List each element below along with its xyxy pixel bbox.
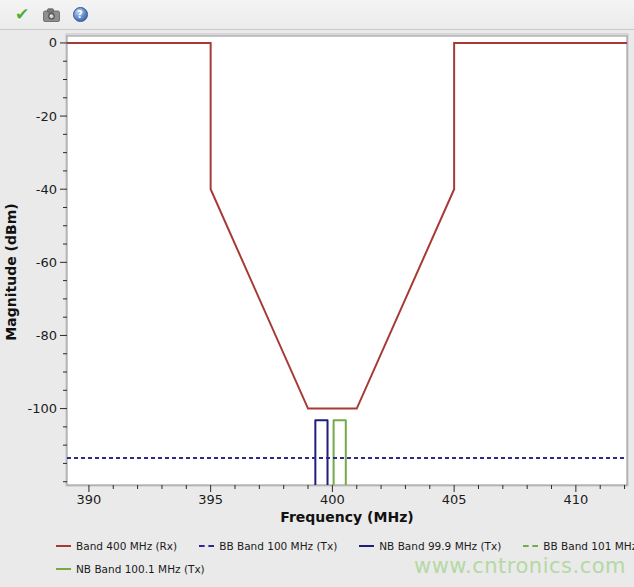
legend-item[interactable]: Band 400 MHz (Rx) (56, 540, 177, 552)
x-tick-label: 405 (442, 492, 467, 507)
legend-marker-icon (523, 545, 538, 547)
x-tick-label: 395 (198, 492, 223, 507)
legend-item[interactable]: BB Band 101 MHz (Tx) (523, 540, 634, 552)
toolbar: ✔ ? (0, 0, 634, 30)
y-tick-label: -100 (27, 401, 57, 416)
y-tick-label: -20 (36, 109, 57, 124)
camera-glyph (43, 8, 60, 22)
y-tick-label: 0 (49, 35, 57, 50)
help-glyph: ? (73, 7, 88, 22)
application-window: ✔ ? 3903954004054100-20-40-60-80-100 Fre… (0, 0, 634, 587)
legend-label: BB Band 100 MHz (Tx) (219, 540, 337, 552)
legend-item[interactable]: NB Band 100.1 MHz (Tx) (56, 563, 205, 575)
x-tick-label: 390 (76, 492, 101, 507)
x-axis-title: Frequency (MHz) (280, 509, 413, 525)
legend-item[interactable]: BB Band 100 MHz (Tx) (199, 540, 337, 552)
legend-marker-icon (199, 545, 214, 547)
legend-label: NB Band 99.9 MHz (Tx) (379, 540, 501, 552)
y-axis-title: Magnitude (dBm) (3, 203, 19, 340)
legend-marker-icon (359, 545, 374, 547)
chart-canvas: 3903954004054100-20-40-60-80-100 Frequen… (0, 31, 634, 536)
check-glyph: ✔ (15, 6, 29, 23)
y-tick-label: -60 (36, 255, 57, 270)
x-tick-label: 400 (320, 492, 345, 507)
confirm-check-icon[interactable]: ✔ (12, 5, 32, 25)
legend-label: BB Band 101 MHz (Tx) (543, 540, 634, 552)
plot-area[interactable] (67, 36, 627, 485)
legend-label: Band 400 MHz (Rx) (76, 540, 177, 552)
y-tick-label: -80 (36, 328, 57, 343)
camera-icon[interactable] (41, 5, 61, 25)
legend-marker-icon (56, 568, 71, 570)
legend-label: NB Band 100.1 MHz (Tx) (76, 563, 205, 575)
legend-item[interactable]: NB Band 99.9 MHz (Tx) (359, 540, 501, 552)
help-icon[interactable]: ? (70, 5, 90, 25)
legend-marker-icon (56, 545, 71, 547)
watermark-text: www.cntronics.com (414, 554, 626, 578)
y-tick-label: -40 (36, 182, 57, 197)
x-tick-label: 410 (563, 492, 588, 507)
